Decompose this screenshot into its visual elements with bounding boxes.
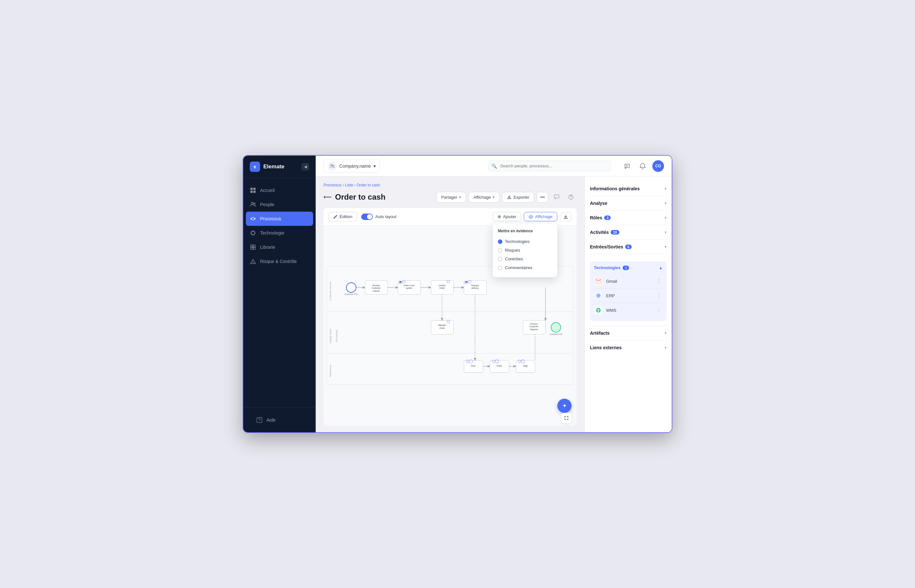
dropdown-item-label: Risques xyxy=(505,248,520,253)
search-input[interactable] xyxy=(488,161,611,171)
breadcrumb-liste[interactable]: Liste xyxy=(345,183,353,187)
section-activites-header[interactable]: Activités 10 ▾ xyxy=(590,230,666,235)
ajouter-button[interactable]: ⊕ Ajouter xyxy=(493,212,521,221)
topbar: Company.name ▾ 🔍 xyxy=(316,156,672,176)
more-button[interactable]: ••• xyxy=(537,192,548,203)
sidebar-collapse-button[interactable]: ◀ xyxy=(302,163,309,171)
exporter-button[interactable]: Exporter xyxy=(502,192,534,203)
auto-layout-toggle: Auto layout xyxy=(361,213,397,220)
help-button[interactable] xyxy=(565,191,577,203)
tech-item-gmail: Gmail ⋮ xyxy=(594,274,663,289)
svg-point-8 xyxy=(259,421,260,422)
chevron-down-icon: ▾ xyxy=(665,245,666,249)
svg-text:Order: Order xyxy=(439,287,445,289)
sidebar-item-librarie[interactable]: Librarie xyxy=(243,240,316,254)
radio-controles xyxy=(498,257,502,262)
section-artefacts-header[interactable]: Artéfacts ▾ xyxy=(590,331,666,336)
maintain-order-label: Maintain xyxy=(438,324,446,326)
sidebar-item-aide[interactable]: Aide xyxy=(250,413,309,427)
affichage-diagram-button[interactable]: Affichage xyxy=(524,212,557,221)
section-roles-header[interactable]: Rôles 3 ▾ xyxy=(590,215,666,220)
sidebar-footer: Aide xyxy=(243,407,316,432)
chat-button[interactable] xyxy=(621,160,633,172)
sidebar-item-processus[interactable]: Processus xyxy=(246,212,313,226)
plus-icon: ⊕ xyxy=(497,214,501,219)
radio-technologies xyxy=(498,239,502,244)
erp-name: ERP xyxy=(606,293,655,298)
affichage-diagram-label: Affichage xyxy=(535,214,552,219)
gmail-icon xyxy=(594,276,603,286)
dropdown-risques[interactable]: Risques xyxy=(498,246,552,255)
sidebar-item-accueil[interactable]: Accueil xyxy=(243,183,316,197)
technologies-title: Technologies xyxy=(594,265,621,270)
sidebar-item-label: Risque & Contrôle xyxy=(260,259,297,264)
section-entrees-sorties-header[interactable]: Entrées/Sorties 6 ▾ xyxy=(590,244,666,249)
tech-item-erp: ERP ⋮ xyxy=(594,289,663,303)
affichage-label: Affichage xyxy=(473,195,491,200)
chevron-down-icon: ▾ xyxy=(665,186,666,191)
breadcrumb: Processus › Liste › Order to cash xyxy=(323,183,577,187)
user-avatar[interactable]: CO xyxy=(652,160,664,172)
dropdown-technologies[interactable]: Technologies xyxy=(498,237,552,246)
search-bar: 🔍 xyxy=(488,161,611,171)
chevron-down-icon: ▾ xyxy=(665,331,666,335)
svg-text:Order: Order xyxy=(439,327,445,329)
dropdown-controles[interactable]: Contrôles xyxy=(498,255,552,263)
edition-label: Édition xyxy=(340,214,352,219)
dropdown-item-label: Contrôles xyxy=(505,257,523,262)
company-selector[interactable]: Company.name ▾ xyxy=(323,159,380,173)
start-node xyxy=(346,283,356,292)
section-liens-externes-header[interactable]: Liens externes ▾ xyxy=(590,345,666,350)
enter-system-label: Enter in the xyxy=(404,284,415,287)
tech-more-wms[interactable]: ⋮ xyxy=(655,307,663,313)
svg-text:Accounting: Accounting xyxy=(335,330,338,342)
tech-more-erp[interactable]: ⋮ xyxy=(655,293,663,299)
breadcrumb-processus[interactable]: Processus xyxy=(323,183,342,187)
download-diagram-button[interactable] xyxy=(560,212,571,221)
section-artefacts: Artéfacts ▾ xyxy=(590,326,666,341)
section-analyse-header[interactable]: Analyse ▾ xyxy=(590,200,666,206)
technologies-expanded: Technologies 3 ▲ xyxy=(590,262,666,321)
export-icon xyxy=(507,195,512,199)
radio-commentaires xyxy=(498,266,502,270)
affichage-button[interactable]: Affichage ▾ xyxy=(468,192,500,203)
partager-button[interactable]: Partager ▾ xyxy=(436,192,466,203)
entrees-sorties-badge: 6 xyxy=(625,245,632,249)
technologies-section-header: Technologies 3 ▲ xyxy=(594,265,663,270)
company-avatar xyxy=(328,162,337,171)
expand-button[interactable] xyxy=(561,413,571,423)
page-title-wrap: ⟵ Order to cash xyxy=(323,192,386,202)
radio-risques xyxy=(498,248,502,253)
tech-item-wms: WMS ⋮ xyxy=(594,303,663,317)
sidebar-logo: e Elemate ◀ xyxy=(243,156,316,178)
partager-chevron-icon: ▾ xyxy=(459,195,461,199)
toggle-switch[interactable] xyxy=(361,213,373,220)
pencil-icon xyxy=(333,215,337,219)
dropdown-commentaires[interactable]: Commentaires xyxy=(498,263,552,272)
lane-customer-service: Customer Service xyxy=(329,281,332,301)
app-frame: e Elemate ◀ Accueil xyxy=(243,155,672,433)
chevron-up-icon[interactable]: ▲ xyxy=(659,266,663,270)
svg-text:Payment: Payment xyxy=(530,328,538,331)
erp-icon xyxy=(594,291,603,300)
sidebar-item-technologie[interactable]: Technologie xyxy=(243,226,316,240)
tech-more-gmail[interactable]: ⋮ xyxy=(655,278,663,284)
confirm-order-label: Confirm xyxy=(439,284,446,287)
sidebar-item-risque[interactable]: Risque & Contrôle xyxy=(243,254,316,268)
ajouter-label: Ajouter xyxy=(503,214,516,219)
download-icon xyxy=(563,215,568,219)
comment-button[interactable] xyxy=(551,191,563,203)
pick-label: Pick xyxy=(471,364,476,367)
move-fab[interactable]: ✦ xyxy=(557,399,571,413)
sidebar-item-people[interactable]: People xyxy=(243,197,316,212)
section-informations-header[interactable]: Informations générales ▾ xyxy=(590,186,666,191)
auto-layout-label: Auto layout xyxy=(376,214,397,219)
page-title: Order to cash xyxy=(335,192,386,202)
back-button[interactable]: ⟵ xyxy=(323,194,332,200)
blocks-icon xyxy=(250,244,256,250)
wms-name: WMS xyxy=(606,308,655,313)
notification-button[interactable] xyxy=(637,160,649,172)
help-icon xyxy=(256,417,263,423)
edition-button[interactable]: Édition xyxy=(329,212,357,221)
svg-text:system: system xyxy=(406,287,412,289)
